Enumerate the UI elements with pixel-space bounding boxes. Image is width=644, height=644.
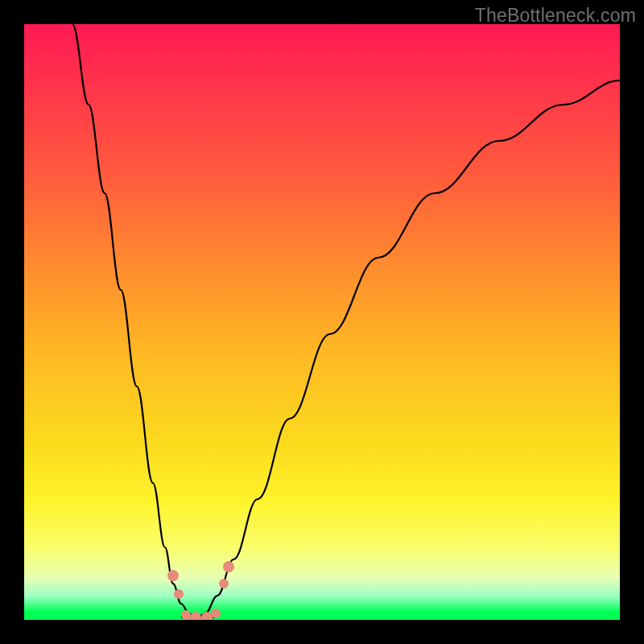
left-curve	[72, 24, 197, 617]
marker-floor-3	[201, 612, 213, 620]
marker-right-upper	[223, 561, 234, 572]
curve-layer	[24, 24, 620, 620]
marker-left-upper	[167, 570, 179, 581]
right-curve	[197, 80, 620, 617]
watermark-text: TheBottleneck.com	[475, 5, 636, 27]
marker-floor-4	[211, 609, 221, 618]
plot-area	[24, 24, 620, 620]
outer-frame: TheBottleneck.com	[0, 0, 644, 644]
curves-group	[72, 24, 620, 617]
markers-group	[167, 561, 234, 620]
marker-right-lower	[219, 579, 229, 588]
marker-floor-2	[190, 612, 201, 620]
marker-left-lower	[174, 589, 184, 599]
marker-floor-1	[181, 610, 191, 620]
